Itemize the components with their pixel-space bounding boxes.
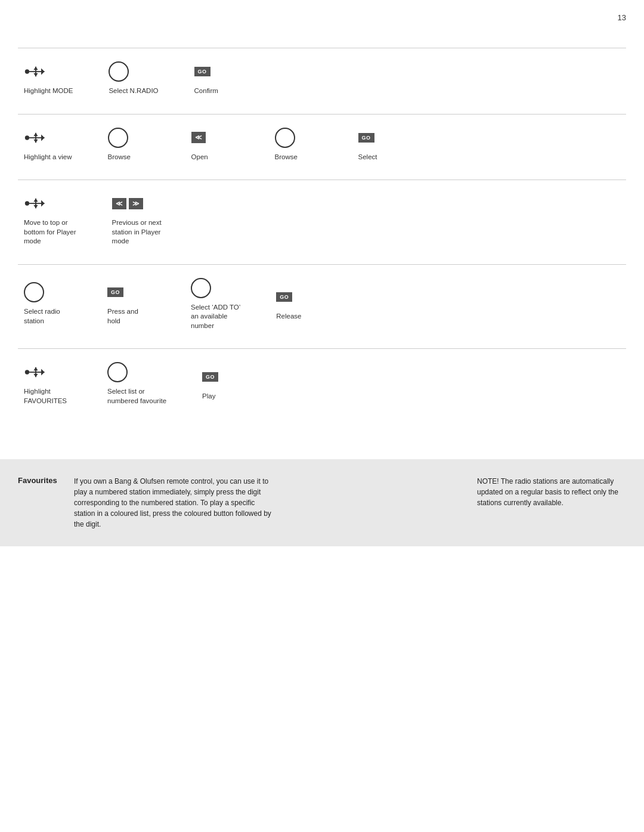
connector-icon-5 <box>24 362 48 382</box>
svg-marker-4 <box>33 67 38 70</box>
step-label-select-add-to: Select ‘ADD TO’an availablenumber <box>191 303 240 331</box>
step-icon-go-1: GO <box>194 60 210 83</box>
svg-marker-6 <box>33 73 38 76</box>
step-select: GO Select <box>358 126 406 162</box>
instruction-row-5: HighlightFAVOURITES Select list ornumber… <box>18 348 626 417</box>
go-icon-4: GO <box>276 292 292 302</box>
step-icon-go-5: GO <box>202 366 218 388</box>
favourites-text: If you own a Bang & Olufsen remote contr… <box>74 476 277 530</box>
step-label-browse-2: Browse <box>275 153 298 162</box>
step-label-move-top-bottom: Move to top orbottom for Playermode <box>24 218 76 246</box>
step-label-open: Open <box>191 153 208 162</box>
step-label-release: Release <box>276 312 301 321</box>
svg-marker-20 <box>33 205 38 208</box>
arrow-right-icon-1: ≫ <box>129 198 143 209</box>
step-browse-1: Browse <box>108 126 156 162</box>
step-icon-circle-5 <box>191 277 211 299</box>
step-label-highlight-mode: Highlight MODE <box>24 86 73 96</box>
step-prev-next: ≪ ≫ Previous or nextstation in Player mo… <box>112 192 178 246</box>
go-icon-3: GO <box>107 287 123 297</box>
instruction-row-4: Select radiostation GO Press andhold Sel… <box>18 264 626 343</box>
step-label-highlight-view: Highlight a view <box>24 153 72 162</box>
paired-arrows-icons: ≪ ≫ <box>112 198 143 209</box>
step-icon-connector-1 <box>24 60 48 83</box>
connector-icon-3 <box>24 193 48 214</box>
circle-icon-4 <box>24 282 44 302</box>
step-highlight-favourites: HighlightFAVOURITES <box>24 361 72 406</box>
step-icon-circle-6 <box>107 361 128 383</box>
instruction-row-2: Highlight a view Browse ≪ Open <box>18 114 626 174</box>
go-icon-1: GO <box>194 67 210 76</box>
circle-icon-1 <box>109 61 129 82</box>
step-select-add-to: Select ‘ADD TO’an availablenumber <box>191 277 240 331</box>
favourites-block: Favourites If you own a Bang & Olufsen r… <box>18 476 459 530</box>
step-icon-circle-2 <box>108 126 128 149</box>
step-label-prev-next: Previous or nextstation in Player mode <box>112 218 178 246</box>
step-select-radio: Select radiostation <box>24 281 72 326</box>
step-icon-circle-3 <box>275 126 295 149</box>
svg-marker-25 <box>33 367 38 370</box>
step-label-select-nradio: Select N.RADIO <box>109 86 158 96</box>
step-open: ≪ Open <box>191 126 239 162</box>
svg-marker-11 <box>33 132 38 135</box>
step-icon-circle-1 <box>109 60 129 83</box>
step-label-press-hold: Press andhold <box>107 307 138 326</box>
go-icon-2: GO <box>358 133 374 143</box>
note-text: NOTE! The radio stations are automatical… <box>477 476 626 530</box>
step-label-select: Select <box>358 153 377 162</box>
circle-icon-5 <box>191 278 211 298</box>
svg-marker-16 <box>41 200 44 207</box>
svg-marker-18 <box>33 199 38 202</box>
connector-icon-2 <box>24 128 48 148</box>
step-icon-connector-5 <box>24 361 48 383</box>
go-icon-5: GO <box>202 372 218 382</box>
svg-marker-13 <box>33 139 38 142</box>
step-browse-2: Browse <box>275 126 323 162</box>
svg-marker-2 <box>41 69 44 75</box>
step-play: GO Play <box>202 366 250 401</box>
step-label-confirm: Confirm <box>194 86 218 96</box>
step-label-play: Play <box>202 392 215 401</box>
step-highlight-view: Highlight a view <box>24 126 72 162</box>
step-icon-connector-2 <box>24 126 48 149</box>
step-icon-paired-arrows: ≪ ≫ <box>112 192 143 215</box>
arrow-left-icon-1: ≪ <box>191 132 206 143</box>
svg-marker-23 <box>41 369 44 376</box>
step-label-select-radio: Select radiostation <box>24 307 60 326</box>
svg-marker-9 <box>41 134 44 141</box>
step-icon-arrow-left-1: ≪ <box>191 126 206 149</box>
step-icon-circle-4 <box>24 281 44 304</box>
page-number: 13 <box>618 13 626 22</box>
step-label-highlight-favourites: HighlightFAVOURITES <box>24 387 67 406</box>
svg-marker-27 <box>33 374 38 377</box>
connector-icon-1 <box>24 61 48 82</box>
favourites-title: Favourites <box>18 476 66 530</box>
step-move-top-bottom: Move to top orbottom for Playermode <box>24 192 76 246</box>
step-icon-connector-3 <box>24 192 48 215</box>
circle-icon-3 <box>275 128 295 148</box>
step-select-nradio: Select N.RADIO <box>109 60 158 96</box>
steps-line-3: Move to top orbottom for Playermode ≪ ≫ … <box>18 192 626 246</box>
step-label-browse-1: Browse <box>108 153 131 162</box>
circle-icon-2 <box>108 128 128 148</box>
steps-line-4: Select radiostation GO Press andhold Sel… <box>18 277 626 331</box>
step-icon-go-2: GO <box>358 126 374 149</box>
steps-line-5: HighlightFAVOURITES Select list ornumber… <box>18 361 626 406</box>
step-label-select-list: Select list ornumbered favourite <box>107 387 166 406</box>
step-press-hold: GO Press andhold <box>107 281 155 326</box>
arrow-left-icon-2: ≪ <box>112 198 126 209</box>
svg-point-7 <box>25 135 29 140</box>
circle-icon-6 <box>107 362 128 382</box>
bottom-info-section: Favourites If you own a Bang & Olufsen r… <box>0 459 644 546</box>
instruction-row-3: Move to top orbottom for Playermode ≪ ≫ … <box>18 180 626 258</box>
step-icon-go-4: GO <box>276 286 292 308</box>
step-release: GO Release <box>276 286 324 321</box>
step-select-list: Select list ornumbered favourite <box>107 361 166 406</box>
instruction-row-1: Highlight MODE Select N.RADIO GO Confirm <box>18 48 626 108</box>
svg-point-0 <box>25 69 29 73</box>
steps-line-2: Highlight a view Browse ≪ Open <box>18 126 626 162</box>
svg-point-14 <box>25 201 29 205</box>
steps-line-1: Highlight MODE Select N.RADIO GO Confirm <box>18 60 626 96</box>
step-confirm: GO Confirm <box>194 60 242 96</box>
step-icon-go-3: GO <box>107 281 123 304</box>
